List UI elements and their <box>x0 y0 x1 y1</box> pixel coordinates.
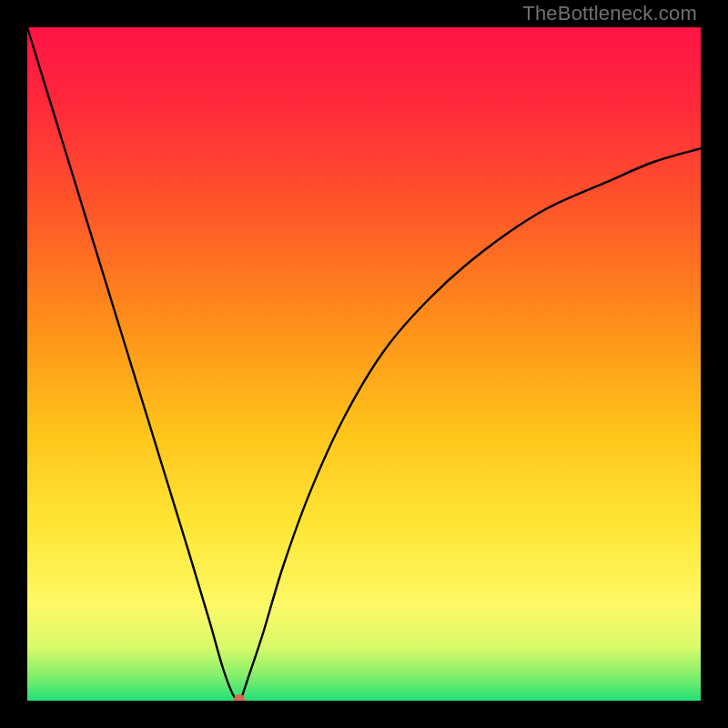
bottleneck-chart <box>27 27 701 701</box>
chart-area <box>27 27 701 701</box>
watermark-text: TheBottleneck.com <box>522 2 697 25</box>
gradient-background <box>27 27 701 701</box>
